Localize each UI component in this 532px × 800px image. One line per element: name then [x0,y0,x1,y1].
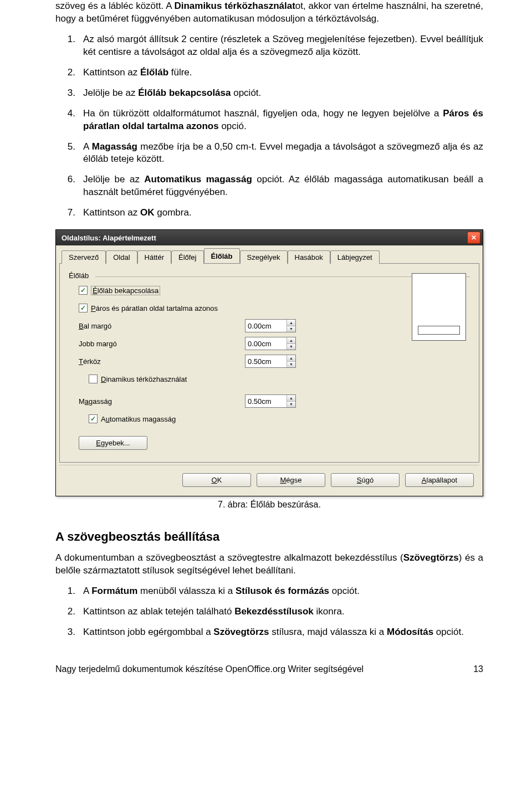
label-spacing: Térköz [79,357,245,366]
page-style-dialog: Oldalstílus: Alapértelmezett ✕ Szervező … [55,229,483,496]
chevron-down-icon[interactable]: ▼ [287,326,295,332]
tab-background[interactable]: Háttér [137,250,171,264]
label-right-margin: Jobb margó [79,340,245,348]
chevron-up-icon[interactable]: ▲ [287,355,295,362]
step-num: 5. [55,141,83,166]
chevron-up-icon[interactable]: ▲ [287,337,295,344]
step-text: Kattintson az OK gombra. [83,207,483,219]
figure-caption: 7. ábra: Élőláb beszúrása. [55,500,483,510]
step-num: 7. [55,207,83,219]
label-left-margin: Bal margó [79,322,245,330]
step-text: Az alsó margót állítsuk 2 centire (részl… [83,33,483,59]
chevron-down-icon[interactable]: ▼ [287,362,295,368]
step-text: A Formátum menüből válassza ki a Stíluso… [83,585,483,598]
step-text: Kattintson jobb egérgombbal a Szövegtörz… [83,626,483,639]
step-num: 6. [55,173,83,199]
step-text: Jelölje be az Automatikus magasság opció… [83,173,483,199]
chevron-down-icon[interactable]: ▼ [287,402,295,408]
tab-footer[interactable]: Élőláb [204,248,240,263]
section-heading: A szövegbeosztás beállítása [55,530,483,544]
spin-spacing[interactable]: ▲▼ [245,355,296,368]
close-icon[interactable]: ✕ [467,232,480,244]
spin-height[interactable]: ▲▼ [245,394,296,408]
label-dynamic-spacing: Dinamikus térközhasználat [101,375,187,383]
steps-list-2: 1. A Formátum menüből válassza ki a Stíl… [55,585,483,639]
step-text: Ha ön tükrözött oldalformátumot használ,… [83,107,483,133]
dialog-title: Oldalstílus: Alapértelmezett [62,234,156,242]
label-auto-height: Automatikus magasság [101,415,176,423]
step-text: Kattintson az Élőláb fülre. [83,66,483,79]
spin-right-margin[interactable]: ▲▼ [245,337,296,350]
label-enable-footer: Élőláb bekapcsolása [91,286,160,295]
steps-list-1: 1. Az alsó margót állítsuk 2 centire (ré… [55,33,483,219]
label-same-content: Páros és páratlan oldal tartalma azonos [91,304,218,312]
tab-organizer[interactable]: Szervező [62,250,106,264]
reset-button[interactable]: Alapállapot [405,473,474,487]
intro-paragraph: szöveg és a lábléc között. A Dinamikus t… [55,0,483,25]
input-left-margin[interactable] [245,320,287,332]
cancel-button[interactable]: Mégse [257,473,325,487]
step-text: Kattintson az ablak tetején található Be… [83,606,483,618]
checkbox-enable-footer[interactable] [79,286,88,295]
tab-borders[interactable]: Szegélyek [240,250,288,264]
step-num: 2. [55,606,83,618]
help-button[interactable]: Súgó [331,473,400,487]
page-footer: Nagy terjedelmű dokumentumok készítése O… [0,649,532,681]
dialog-button-row: OK Mégse Súgó Alapállapot [59,465,479,490]
input-height[interactable] [245,395,287,407]
step-num: 2. [55,66,83,79]
ok-button[interactable]: OK [182,473,251,487]
spin-left-margin[interactable]: ▲▼ [245,319,296,332]
tab-footnote[interactable]: Lábjegyzet [330,250,380,264]
chevron-down-icon[interactable]: ▼ [287,344,295,350]
step-num: 3. [55,626,83,639]
chevron-up-icon[interactable]: ▲ [287,320,295,326]
step-text: Jelölje be az Élőláb bekapcsolása opciót… [83,87,483,100]
dialog-titlebar[interactable]: Oldalstílus: Alapértelmezett ✕ [56,230,483,245]
footer-left: Nagy terjedelmű dokumentumok készítése O… [55,664,364,674]
input-spacing[interactable] [245,355,287,367]
step-num: 1. [55,33,83,59]
tab-header[interactable]: Élőfej [171,250,204,264]
group-label: Élőláb [69,271,470,280]
tab-strip: Szervező Oldal Háttér Élőfej Élőláb Szeg… [59,249,479,264]
tab-page[interactable]: Oldal [106,250,137,264]
section2-para: A dokumentumban a szövegbeosztást a szöv… [55,552,483,577]
checkbox-dynamic-spacing[interactable] [89,375,98,383]
more-button[interactable]: Egyebek... [79,436,147,450]
preview-footer-box [418,326,460,335]
step-num: 1. [55,585,83,598]
step-num: 3. [55,87,83,100]
chevron-up-icon[interactable]: ▲ [287,395,295,402]
footer-page-number: 13 [473,664,483,674]
checkbox-same-content[interactable] [79,304,88,312]
page-preview [412,273,466,341]
label-height: Magasság [79,397,245,406]
checkbox-auto-height[interactable] [89,414,98,423]
input-right-margin[interactable] [245,337,287,350]
step-text: A Magasság mezőbe írja be a 0,50 cm-t. E… [83,141,483,166]
step-num: 4. [55,107,83,133]
tab-columns[interactable]: Hasábok [288,250,330,264]
